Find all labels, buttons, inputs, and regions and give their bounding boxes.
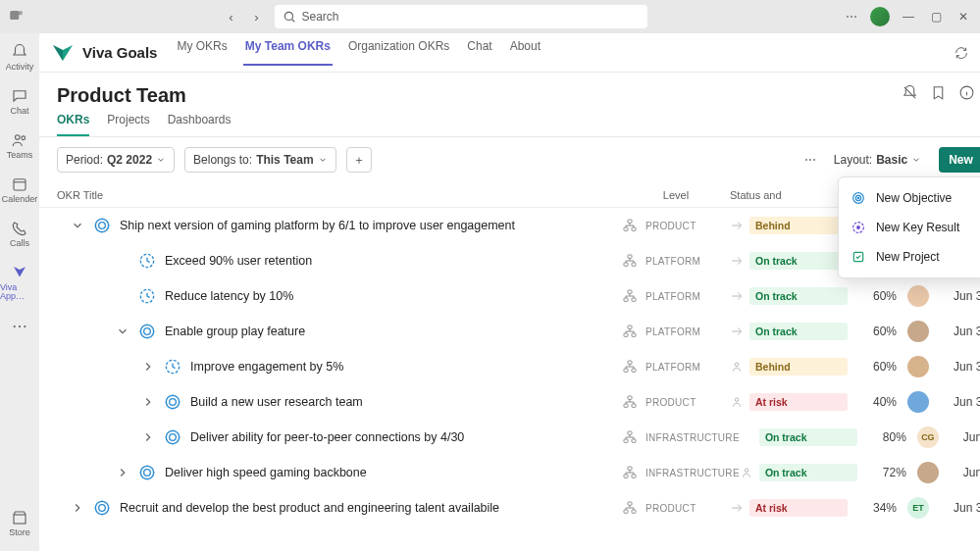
chevron-down-icon[interactable] <box>71 219 84 232</box>
due-date: Jun 30 <box>950 466 980 479</box>
okr-row[interactable]: Improve engagement by 5%PLATFORMBehind60… <box>57 349 980 384</box>
chevron-right-icon[interactable] <box>71 501 84 515</box>
okr-level: PLATFORM <box>645 326 700 337</box>
menu-new-project[interactable]: New Project <box>839 242 980 272</box>
status-label: On track <box>755 290 798 302</box>
objective-icon <box>137 322 157 341</box>
pagetab-projects[interactable]: Projects <box>107 113 149 136</box>
nav-back[interactable]: ‹ <box>222 7 241 26</box>
svg-rect-51 <box>628 431 632 434</box>
rail-more[interactable]: ⋯ <box>0 313 39 339</box>
okr-title: Exceed 90% user retention <box>165 254 312 268</box>
colhdr-status: Status and <box>730 189 848 201</box>
okr-title: Ship next version of gaming platform by … <box>120 219 515 232</box>
okr-title: Reduce latency by 10% <box>165 289 293 303</box>
okr-row[interactable]: Recruit and develop the best product and… <box>57 490 980 526</box>
info-icon[interactable] <box>958 84 975 101</box>
svg-rect-52 <box>624 439 628 442</box>
apptab-my-team-okrs[interactable]: My Team OKRs <box>243 39 333 66</box>
share-icon <box>730 254 744 268</box>
okr-row[interactable]: Enable group play featurePLATFORMOn trac… <box>57 314 980 349</box>
apptab-org-okrs[interactable]: Organization OKRs <box>346 39 451 66</box>
svg-line-3 <box>291 20 294 23</box>
menu-new-objective[interactable]: New Objective <box>839 183 980 213</box>
apptab-chat[interactable]: Chat <box>465 39 493 66</box>
user-avatar[interactable] <box>870 7 890 26</box>
menu-new-keyresult[interactable]: New Key Result <box>839 213 980 242</box>
objective-icon <box>92 498 112 518</box>
chevron-down-icon[interactable] <box>116 325 129 338</box>
owner-avatar[interactable]: CG <box>917 426 939 448</box>
svg-rect-57 <box>624 475 628 477</box>
svg-rect-32 <box>632 298 636 301</box>
owner-avatar[interactable] <box>907 391 929 413</box>
svg-point-5 <box>22 136 26 140</box>
refresh-icon[interactable] <box>954 45 969 61</box>
rail-viva-app[interactable]: Viva App… <box>0 260 39 305</box>
viva-goals-logo <box>51 41 75 65</box>
okr-level: PRODUCT <box>645 397 696 408</box>
svg-point-54 <box>140 466 153 478</box>
svg-rect-37 <box>632 333 636 336</box>
svg-rect-0 <box>10 11 19 20</box>
rail-activity[interactable]: Activity <box>0 39 39 75</box>
okr-row[interactable]: Build a new user research teamPRODUCTAt … <box>57 384 980 420</box>
status-label: On track <box>765 467 807 478</box>
filter-belongs-to[interactable]: Belongs to: This Team <box>184 147 336 173</box>
chevron-right-icon[interactable] <box>141 395 155 409</box>
okr-row[interactable]: Deliver high speed gaming backboneINFRAS… <box>57 455 980 490</box>
mute-icon[interactable] <box>902 84 918 101</box>
window-maximize[interactable]: ▢ <box>927 8 945 25</box>
chevron-down-icon <box>156 155 166 165</box>
svg-rect-39 <box>628 361 632 364</box>
rail-chat[interactable]: Chat <box>0 83 39 120</box>
svg-rect-8 <box>14 515 26 524</box>
svg-rect-36 <box>624 333 628 336</box>
chevron-right-icon[interactable] <box>116 466 129 479</box>
pagetab-dashboards[interactable]: Dashboards <box>168 113 232 136</box>
owner-avatar[interactable]: ET <box>907 497 929 519</box>
rail-teams[interactable]: Teams <box>0 127 39 164</box>
main-panel: Viva Goals My OKRs My Team OKRs Organiza… <box>39 33 980 551</box>
nav-forward[interactable]: › <box>247 7 267 26</box>
okr-title: Deliver high speed gaming backbone <box>165 466 367 479</box>
bookmark-icon[interactable] <box>930 84 947 101</box>
rail-calls[interactable]: Calls <box>0 216 39 252</box>
status-label: Behind <box>755 361 791 373</box>
apptab-about[interactable]: About <box>508 39 542 66</box>
org-icon <box>622 465 638 480</box>
owner-avatar[interactable] <box>907 356 929 377</box>
status-label: At risk <box>755 502 788 514</box>
owner-avatar[interactable] <box>917 462 939 483</box>
titlebar-more[interactable]: ⋯ <box>843 8 860 25</box>
due-date: Jun 30 <box>950 430 980 444</box>
global-search[interactable]: Search <box>275 5 647 28</box>
due-date: Jun 30 <box>940 395 980 409</box>
window-close[interactable]: ✕ <box>954 8 972 25</box>
teams-titlebar: ‹ › Search ⋯ — ▢ ✕ <box>0 0 980 33</box>
layout-selector[interactable]: Layout: Basic <box>826 147 929 173</box>
pagetab-okrs[interactable]: OKRs <box>57 113 89 136</box>
status-label: On track <box>755 255 798 267</box>
add-filter[interactable]: ＋ <box>346 147 372 173</box>
chevron-right-icon[interactable] <box>141 430 155 444</box>
okr-level: INFRASTRUCTURE <box>645 432 740 443</box>
chevron-right-icon[interactable] <box>141 360 155 374</box>
window-minimize[interactable]: — <box>900 8 917 25</box>
apptab-my-okrs[interactable]: My OKRs <box>175 39 229 66</box>
progress-pct: 80% <box>857 430 906 444</box>
filter-period[interactable]: Period: Q2 2022 <box>57 147 175 173</box>
okr-row[interactable]: Reduce latency by 10%PLATFORMOn track60%… <box>57 278 980 314</box>
svg-point-61 <box>99 505 106 512</box>
owner-avatar[interactable] <box>907 321 929 342</box>
org-icon <box>622 324 638 339</box>
org-icon <box>622 288 638 304</box>
filterbar-more[interactable]: ⋯ <box>804 153 816 167</box>
rail-store[interactable]: Store <box>0 505 39 541</box>
owner-avatar[interactable] <box>907 285 929 307</box>
okr-title: Recruit and develop the best product and… <box>120 501 499 515</box>
okr-row[interactable]: Deliver ability for peer-to-peer connect… <box>57 420 980 455</box>
rail-calendar[interactable]: Calender <box>0 172 39 208</box>
new-button[interactable]: New <box>939 147 980 173</box>
due-date: Jun 30 <box>940 501 980 515</box>
